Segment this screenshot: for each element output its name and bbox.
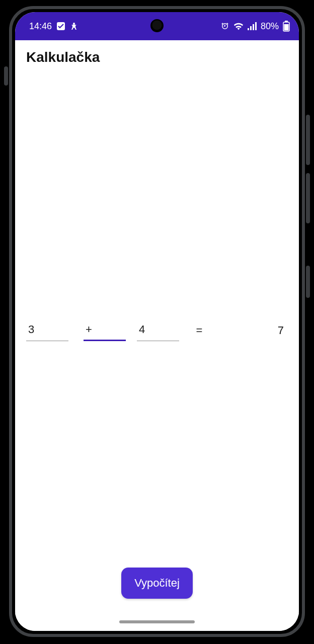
- underline: [26, 341, 68, 341]
- content-area: 3 + 4 =: [15, 65, 299, 568]
- underline: [137, 341, 179, 341]
- equals-sign: =: [196, 324, 203, 337]
- svg-rect-4: [253, 24, 254, 30]
- status-right: 80%: [220, 21, 290, 32]
- signal-icon: [248, 22, 257, 30]
- phone-bezel: 14:46: [9, 6, 305, 637]
- nav-bar[interactable]: [15, 613, 299, 631]
- status-left: 14:46: [29, 21, 78, 32]
- operator-field[interactable]: +: [84, 321, 126, 341]
- screen: 14:46: [15, 12, 299, 631]
- operand-1-value: 3: [28, 323, 34, 336]
- clock: 14:46: [29, 21, 52, 32]
- app-root: Kalkulačka 3 + 4: [15, 40, 299, 631]
- nav-pill[interactable]: [119, 620, 195, 623]
- svg-rect-2: [248, 28, 249, 30]
- front-camera: [150, 19, 164, 32]
- svg-point-1: [73, 23, 75, 25]
- compute-button[interactable]: Vypočítej: [121, 568, 193, 599]
- operand-2-field[interactable]: 4: [137, 321, 179, 341]
- battery-percent: 80%: [261, 21, 279, 32]
- equals-wrap: =: [179, 328, 219, 341]
- hw-button-left: [4, 66, 8, 86]
- svg-rect-5: [255, 22, 257, 30]
- calculator-row: 3 + 4 =: [15, 321, 299, 341]
- wifi-icon: [233, 22, 244, 30]
- result-wrap: 7: [219, 328, 288, 341]
- operand-2-value: 4: [139, 323, 145, 336]
- svg-rect-3: [250, 26, 252, 30]
- alarm-icon: [220, 22, 229, 31]
- svg-rect-8: [284, 24, 289, 31]
- button-row: Vypočítej: [15, 568, 299, 613]
- hw-button-power: [306, 266, 310, 298]
- page-title: Kalkulačka: [15, 40, 299, 65]
- hw-button-volume-up: [306, 115, 310, 165]
- battery-icon: [283, 21, 290, 32]
- result-value: 7: [278, 324, 284, 337]
- checkbox-icon: [57, 22, 65, 30]
- underline-focused: [84, 340, 126, 341]
- operator-value: +: [86, 323, 92, 336]
- hw-button-volume-down: [306, 173, 310, 223]
- operand-1-field[interactable]: 3: [26, 321, 68, 341]
- accessibility-icon: [70, 22, 78, 30]
